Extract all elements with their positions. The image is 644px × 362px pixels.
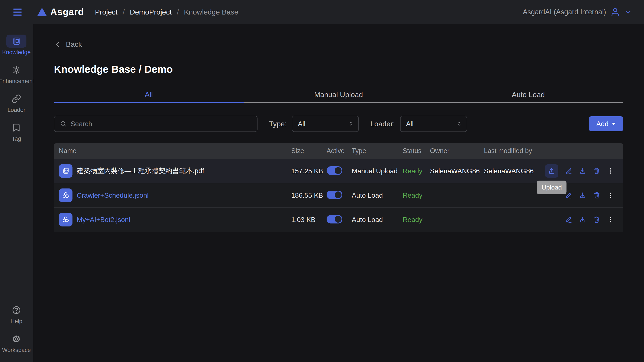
download-icon xyxy=(579,192,586,199)
more-button[interactable] xyxy=(607,216,614,224)
delete-button[interactable] xyxy=(593,192,600,199)
more-button[interactable] xyxy=(607,192,614,199)
file-type: Auto Load xyxy=(352,216,403,224)
tab-auto-load[interactable]: Auto Load xyxy=(434,87,623,103)
table-row[interactable]: My+AI+Bot2.jsonl 1.03 KB Auto Load Ready xyxy=(54,207,623,232)
gear-icon xyxy=(6,332,26,345)
main-content: Back Knowledge Base / Demo All Manual Up… xyxy=(33,24,644,362)
kebab-menu-icon xyxy=(607,216,614,224)
search-box[interactable] xyxy=(54,116,258,132)
sidebar-item-tag[interactable]: Tag xyxy=(0,121,33,142)
chevron-left-icon xyxy=(54,41,61,48)
download-icon xyxy=(579,167,586,175)
edit-icon xyxy=(565,216,572,224)
trash-icon xyxy=(593,216,600,224)
edit-icon xyxy=(565,167,572,175)
chevron-down-icon[interactable] xyxy=(624,8,632,16)
download-button[interactable] xyxy=(579,216,586,224)
download-button[interactable] xyxy=(579,167,586,175)
download-button[interactable] xyxy=(579,192,586,199)
jsonl-file-icon xyxy=(59,189,72,202)
breadcrumb-subproject[interactable]: DemoProject xyxy=(130,8,172,16)
trash-icon xyxy=(593,192,600,199)
menu-icon[interactable] xyxy=(12,7,23,17)
select-chevrons-icon xyxy=(348,121,354,127)
file-size: 186.55 KB xyxy=(291,192,326,199)
loader-filter: Loader: All xyxy=(370,116,467,132)
app-name: Asgard xyxy=(50,7,84,17)
tab-manual-upload[interactable]: Manual Upload xyxy=(244,87,434,103)
file-name-link[interactable]: Crawler+Schedule.jsonl xyxy=(77,192,148,199)
more-button[interactable] xyxy=(607,167,614,175)
column-header-type: Type xyxy=(352,147,403,155)
owner: SelenaWANG86 xyxy=(430,167,484,175)
last-modified-by: SelenaWANG86 xyxy=(484,167,544,175)
sidebar-item-label: Workspace xyxy=(2,347,31,353)
app-logo: Asgard xyxy=(37,7,84,17)
status-badge: Ready xyxy=(403,167,430,175)
column-header-status: Status xyxy=(403,147,430,155)
sun-icon xyxy=(6,63,26,76)
caret-down-icon xyxy=(612,123,616,125)
loader-select-value: All xyxy=(406,120,414,128)
breadcrumb: Project / DemoProject / Knowledge Base xyxy=(95,8,238,16)
sidebar-item-loader[interactable]: Loader xyxy=(0,92,33,113)
upload-button[interactable]: Upload xyxy=(545,164,558,177)
column-header-name: Name xyxy=(54,147,291,155)
sidebar-item-label: Loader xyxy=(8,107,25,113)
search-input[interactable] xyxy=(70,120,252,128)
user-icon[interactable] xyxy=(610,7,620,17)
active-toggle[interactable] xyxy=(326,191,342,199)
sidebar-item-knowledge[interactable]: Knowledge xyxy=(0,35,33,56)
type-select[interactable]: All xyxy=(292,116,359,132)
add-button[interactable]: Add xyxy=(589,116,623,131)
back-label: Back xyxy=(66,40,82,49)
type-select-value: All xyxy=(298,120,306,128)
link-icon xyxy=(6,92,26,105)
file-type: Auto Load xyxy=(352,192,403,199)
upload-tooltip: Upload xyxy=(537,180,566,194)
loader-select[interactable]: All xyxy=(400,116,467,132)
app-window: Asgard Project / DemoProject / Knowledge… xyxy=(0,0,644,362)
sidebar-item-label: Enhancement xyxy=(0,78,34,85)
sidebar-item-label: Help xyxy=(10,318,22,325)
table-row[interactable]: PDF 建築物室內裝修—工程承攬契約書範本.pdf 157.25 KB Manu… xyxy=(54,158,623,183)
sidebar-item-workspace[interactable]: Workspace xyxy=(0,332,33,353)
sidebar-item-help[interactable]: Help xyxy=(0,303,33,325)
account-menu[interactable]: AsgardAI (Asgard Internal) xyxy=(523,7,632,17)
book-icon xyxy=(6,35,26,48)
sidebar-item-label: Knowledge xyxy=(2,49,31,56)
column-header-last-modified-by: Last modified by xyxy=(484,147,544,155)
add-button-label: Add xyxy=(596,120,608,128)
page-title: Knowledge Base / Demo xyxy=(54,63,623,75)
file-type: Manual Upload xyxy=(352,167,403,175)
bookmark-icon xyxy=(6,121,26,134)
table-header: Name Size Active Type Status Owner Last … xyxy=(54,143,623,158)
file-name: 建築物室內裝修—工程承攬契約書範本.pdf xyxy=(77,166,204,176)
column-header-owner: Owner xyxy=(430,147,484,155)
sidebar: Knowledge Enhancement xyxy=(0,24,33,362)
delete-button[interactable] xyxy=(593,216,600,224)
trash-icon xyxy=(593,167,600,175)
sidebar-item-enhancement[interactable]: Enhancement xyxy=(0,63,33,85)
tab-all[interactable]: All xyxy=(54,87,244,103)
edit-button[interactable] xyxy=(565,167,572,175)
sidebar-footer: Help Workspace xyxy=(0,303,33,353)
file-name-link[interactable]: My+AI+Bot2.jsonl xyxy=(77,216,130,224)
breadcrumb-current: Knowledge Base xyxy=(184,8,238,16)
help-circle-icon xyxy=(6,303,26,316)
knowledge-table: Name Size Active Type Status Owner Last … xyxy=(54,143,623,232)
sidebar-nav: Knowledge Enhancement xyxy=(0,35,33,150)
back-button[interactable]: Back xyxy=(54,40,88,49)
delete-button[interactable] xyxy=(593,167,600,175)
active-toggle[interactable] xyxy=(326,166,342,175)
row-actions: Upload xyxy=(544,164,623,177)
active-toggle[interactable] xyxy=(326,215,342,224)
kebab-menu-icon xyxy=(607,167,614,175)
column-header-active: Active xyxy=(326,147,352,155)
breadcrumb-project[interactable]: Project xyxy=(95,8,118,16)
select-chevrons-icon xyxy=(456,121,462,127)
type-filter-label: Type: xyxy=(269,120,287,128)
status-badge: Ready xyxy=(403,192,430,199)
edit-button[interactable] xyxy=(565,216,572,224)
